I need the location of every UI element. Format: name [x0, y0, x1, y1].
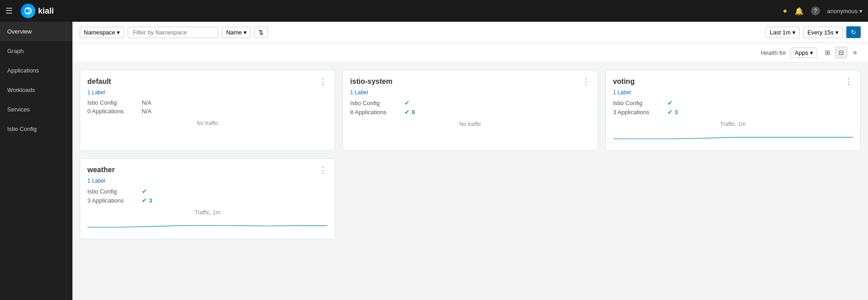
apps-val-default: N/A [142, 108, 152, 115]
view-list-icon[interactable]: ≡ [849, 47, 861, 58]
card-label-istio[interactable]: 1 Label [350, 89, 590, 96]
interval-chevron: ▾ [835, 29, 839, 36]
istio-config-key-weather: Istio Config [87, 188, 142, 195]
istio-config-key-default: Istio Config [87, 99, 142, 106]
sidebar-item-services[interactable]: Services [0, 100, 72, 119]
card-label-voting[interactable]: 1 Label [613, 89, 853, 96]
namespace-card-istio-system: istio-system ⋮ 1 Label Istio Config ✔ 8 … [342, 70, 598, 151]
card-row-apps-voting: 3 Applications ✔ 3 [613, 108, 853, 116]
apps-chevron: ▾ [810, 49, 813, 56]
namespace-label: Namespace [84, 29, 115, 36]
refresh-button[interactable]: ↻ [846, 26, 861, 38]
time-range-select[interactable]: Last 1m ▾ [766, 27, 800, 38]
card-row-istio-voting: Istio Config ✔ [613, 99, 853, 106]
main-layout: Overview Graph Applications Workloads Se… [0, 22, 868, 300]
username: anonymous [827, 8, 858, 15]
apps-check-istio: ✔ [404, 108, 410, 116]
card-menu-weather[interactable]: ⋮ [319, 166, 327, 174]
card-title-weather: weather [87, 166, 115, 174]
time-label: Last 1m [770, 29, 791, 36]
apps-val-istio: ✔ 8 [404, 108, 415, 116]
sidebar: Overview Graph Applications Workloads Se… [0, 22, 72, 300]
cards-grid: default ⋮ 1 Label Istio Config N/A 0 App… [72, 63, 868, 247]
hamburger-menu[interactable]: ☰ [5, 6, 13, 16]
main-content: Namespace ▾ Name ▾ ⇅ Last 1m ▾ Every 15s… [72, 22, 868, 300]
sparkline-weather [87, 221, 327, 230]
card-row-istio-config: Istio Config ✔ [350, 99, 590, 106]
notifications-icon[interactable]: 🔔 [795, 7, 804, 15]
apps-key-istio: 8 Applications [350, 109, 404, 116]
name-select[interactable]: Name ▾ [222, 27, 251, 38]
health-bar: Health for Apps ▾ ⊞ ⊟ ≡ [72, 43, 868, 63]
card-header-voting: voting ⋮ [613, 77, 853, 86]
sidebar-item-overview[interactable]: Overview [0, 22, 72, 41]
card-row-apps-weather: 3 Applications ✔ 3 [87, 197, 327, 204]
apps-num-voting: 3 [675, 109, 678, 116]
name-label: Name [226, 29, 242, 36]
apps-num-istio: 8 [412, 109, 415, 116]
help-icon[interactable]: ? [811, 6, 820, 15]
sidebar-item-applications[interactable]: Applications [0, 61, 72, 80]
card-header-default: default ⋮ [87, 77, 327, 86]
sort-button[interactable]: ⇅ [254, 27, 268, 38]
user-menu[interactable]: anonymous ▾ [827, 8, 863, 15]
logo-icon [21, 4, 35, 18]
istio-config-val-istio: ✔ [404, 99, 410, 106]
sidebar-item-graph[interactable]: Graph [0, 41, 72, 61]
view-grid-large-icon[interactable]: ⊞ [822, 47, 834, 58]
apps-check-voting: ✔ [667, 108, 673, 116]
sparkline-voting [613, 133, 853, 142]
user-chevron: ▾ [859, 8, 863, 15]
namespace-chevron: ▾ [117, 29, 120, 36]
card-row-apps-default: 0 Applications N/A [87, 108, 327, 115]
interval-select[interactable]: Every 15s ▾ [803, 27, 843, 38]
card-menu-voting[interactable]: ⋮ [844, 77, 853, 86]
card-label-weather[interactable]: 1 Label [87, 178, 327, 184]
sidebar-item-istio-config[interactable]: Istio Config [0, 119, 72, 139]
view-grid-small-icon[interactable]: ⊟ [835, 47, 847, 58]
theme-icon[interactable]: ● [783, 7, 787, 15]
apps-val-voting: ✔ 3 [667, 108, 678, 116]
health-apps-select[interactable]: Apps ▾ [791, 48, 817, 58]
namespace-select[interactable]: Namespace ▾ [80, 27, 124, 38]
namespace-card-weather: weather ⋮ 1 Label Istio Config ✔ 3 Appli… [80, 158, 335, 239]
namespace-card-voting: voting ⋮ 1 Label Istio Config ✔ 3 Applic… [605, 70, 861, 151]
card-title-istio: istio-system [350, 77, 392, 86]
card-traffic-weather: Traffic, 1m [87, 209, 327, 216]
apps-key-voting: 3 Applications [613, 109, 667, 116]
toolbar: Namespace ▾ Name ▾ ⇅ Last 1m ▾ Every 15s… [72, 22, 868, 43]
card-title-voting: voting [613, 77, 635, 86]
card-header-weather: weather ⋮ [87, 166, 327, 174]
card-traffic-default: No traffic [87, 120, 327, 126]
card-menu-istio[interactable]: ⋮ [582, 77, 590, 86]
logo: kiali [21, 4, 54, 18]
logo-text: kiali [38, 6, 54, 16]
view-icons: ⊞ ⊟ ≡ [822, 47, 861, 58]
sidebar-item-workloads[interactable]: Workloads [0, 80, 72, 100]
top-navigation: ☰ kiali ● 🔔 ? anonymous ▾ [0, 0, 868, 22]
card-row-istio-weather: Istio Config ✔ [87, 188, 327, 195]
toolbar-right: Last 1m ▾ Every 15s ▾ ↻ [766, 26, 861, 38]
health-label: Health for [761, 49, 786, 56]
namespace-card-default: default ⋮ 1 Label Istio Config N/A 0 App… [80, 70, 335, 151]
card-traffic-voting: Traffic, 1m [613, 121, 853, 127]
card-row-istio-default: Istio Config N/A [87, 99, 327, 106]
interval-label: Every 15s [807, 29, 834, 36]
istio-config-key-voting: Istio Config [613, 100, 667, 106]
card-menu-default[interactable]: ⋮ [319, 77, 327, 86]
istio-config-val-voting: ✔ [667, 99, 673, 106]
apps-val-weather: ✔ 3 [142, 197, 152, 204]
card-traffic-istio: No traffic [350, 121, 590, 127]
apps-num-weather: 3 [149, 197, 152, 204]
svg-point-2 [27, 9, 31, 13]
apps-key-weather: 3 Applications [87, 197, 142, 204]
card-title-default: default [87, 77, 111, 86]
nav-icons: ● 🔔 ? anonymous ▾ [783, 6, 863, 15]
istio-config-val-weather: ✔ [142, 188, 147, 195]
namespace-filter-input[interactable] [128, 27, 218, 38]
apps-check-weather: ✔ [142, 197, 147, 204]
kiali-logo-svg [24, 6, 33, 15]
card-row-apps-istio: 8 Applications ✔ 8 [350, 108, 590, 116]
card-label-default[interactable]: 1 Label [87, 89, 327, 96]
istio-config-key-istio: Istio Config [350, 100, 404, 106]
